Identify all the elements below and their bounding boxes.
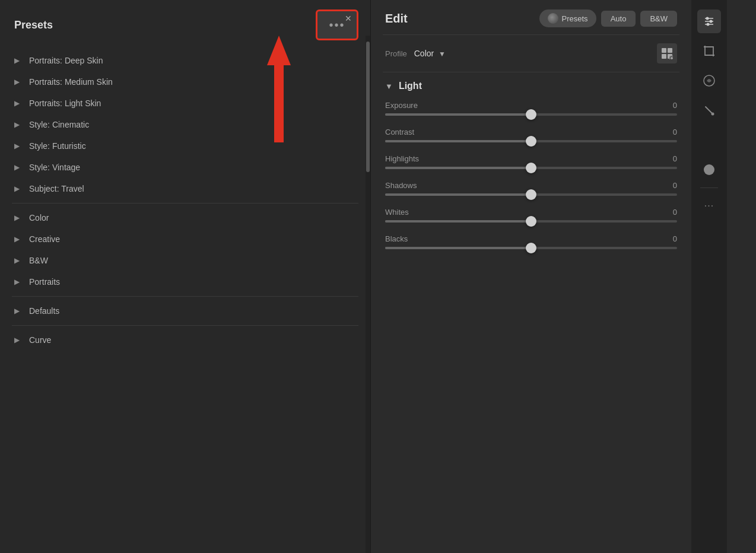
- adjustments-tool-button[interactable]: [697, 9, 721, 33]
- exposure-slider-thumb[interactable]: [526, 109, 536, 120]
- profile-row: Profile Color ▼: [371, 35, 691, 72]
- crop-tool-button[interactable]: [697, 39, 721, 63]
- more-dots-label: •••: [329, 18, 345, 32]
- shadows-slider-row: Shadows 0: [371, 176, 691, 203]
- svg-rect-4: [662, 54, 666, 59]
- profile-left: Profile Color ▼: [385, 49, 446, 58]
- chevron-right-icon: ▶: [14, 120, 20, 129]
- svg-point-6: [669, 56, 673, 59]
- chevron-right-icon: ▶: [14, 163, 20, 171]
- left-panel: Presets ••• ✕ ▶ Portraits: Deep Skin ▶ P…: [0, 0, 371, 553]
- scrollbar-track[interactable]: [366, 36, 370, 553]
- chevron-right-icon: ▶: [14, 336, 20, 344]
- shadows-slider-thumb[interactable]: [526, 189, 536, 200]
- chevron-right-icon: ▶: [14, 256, 20, 265]
- list-item[interactable]: ▶ Portraits: Medium Skin: [0, 71, 370, 93]
- chevron-right-icon: ▶: [14, 235, 20, 243]
- whites-slider-thumb[interactable]: [526, 216, 536, 227]
- blacks-slider-row: Blacks 0: [371, 230, 691, 256]
- blacks-slider-track[interactable]: [385, 247, 677, 249]
- svg-point-12: [710, 20, 713, 23]
- list-item[interactable]: ▶ Portraits: Light Skin: [0, 93, 370, 114]
- list-item[interactable]: ▶ Portraits: [0, 271, 370, 293]
- whites-slider-row: Whites 0: [371, 203, 691, 230]
- left-header: Presets ••• ✕: [0, 0, 370, 50]
- more-dots-button[interactable]: ••• ✕: [316, 9, 358, 40]
- shadows-label: Shadows: [385, 181, 417, 190]
- list-item[interactable]: ▶ Style: Futuristic: [0, 135, 370, 157]
- svg-rect-3: [668, 48, 672, 53]
- chevron-right-icon: ▶: [14, 307, 20, 315]
- grid-icon: [661, 47, 673, 59]
- scrollbar-thumb[interactable]: [366, 42, 370, 172]
- whites-slider-track[interactable]: [385, 220, 677, 223]
- group-divider: [12, 296, 358, 297]
- list-item[interactable]: ▶ Style: Vintage: [0, 157, 370, 178]
- exposure-label: Exposure: [385, 101, 418, 110]
- contrast-value: 0: [673, 128, 677, 136]
- bw-button[interactable]: B&W: [640, 11, 677, 27]
- preset-list: ▶ Portraits: Deep Skin ▶ Portraits: Medi…: [0, 50, 370, 553]
- profile-grid-button[interactable]: [657, 43, 677, 63]
- contrast-slider-track[interactable]: [385, 140, 677, 142]
- group-divider: [12, 203, 358, 204]
- highlights-slider-thumb[interactable]: [526, 163, 536, 173]
- blacks-value: 0: [673, 234, 677, 243]
- radial-tool-button[interactable]: [697, 158, 721, 182]
- chevron-right-icon: ▶: [14, 142, 20, 150]
- shadows-value: 0: [673, 181, 677, 190]
- whites-value: 0: [673, 208, 677, 217]
- toolbar-divider: [700, 187, 718, 188]
- exposure-value: 0: [673, 101, 677, 110]
- chevron-right-icon: ▶: [14, 214, 20, 222]
- presets-button-label: Presets: [562, 14, 588, 23]
- svg-rect-2: [662, 48, 666, 53]
- list-item[interactable]: ▶ Style: Cinematic: [0, 114, 370, 135]
- more-tools-icon: ···: [704, 201, 714, 211]
- brush-tool-button[interactable]: [697, 98, 721, 122]
- auto-button[interactable]: Auto: [601, 11, 636, 27]
- highlights-slider-track[interactable]: [385, 167, 677, 169]
- list-item[interactable]: ▶ B&W: [0, 250, 370, 271]
- light-section-title: Light: [399, 81, 422, 91]
- highlights-value: 0: [673, 154, 677, 163]
- chevron-right-icon: ▶: [14, 185, 20, 193]
- contrast-label: Contrast: [385, 128, 414, 136]
- presets-button[interactable]: Presets: [539, 9, 596, 27]
- light-section-header[interactable]: ▼ Light: [371, 72, 691, 96]
- crop-icon: [703, 45, 716, 58]
- blacks-slider-thumb[interactable]: [526, 243, 536, 253]
- exposure-slider-track[interactable]: [385, 113, 677, 116]
- close-icon: ✕: [345, 14, 353, 23]
- highlights-slider-row: Highlights 0: [371, 150, 691, 176]
- svg-line-16: [706, 107, 712, 113]
- group-divider: [12, 325, 358, 326]
- list-item[interactable]: ▶ Color: [0, 207, 370, 228]
- svg-point-17: [711, 113, 714, 116]
- right-toolbar: ···: [691, 0, 727, 553]
- contrast-slider-thumb[interactable]: [526, 136, 536, 147]
- svg-point-10: [706, 17, 709, 20]
- svg-point-14: [707, 23, 710, 26]
- list-item[interactable]: ▶ Curve: [0, 329, 370, 351]
- brush-icon: [703, 104, 716, 117]
- edit-header: Edit Presets Auto B&W: [371, 0, 691, 34]
- more-tools-button[interactable]: ···: [697, 194, 721, 218]
- adjustments-icon: [703, 15, 716, 28]
- globe-icon: [548, 13, 558, 24]
- chevron-right-icon: ▶: [14, 99, 20, 107]
- list-item[interactable]: ▶ Creative: [0, 228, 370, 250]
- chevron-down-icon: ▼: [439, 50, 446, 58]
- list-item[interactable]: ▶ Portraits: Deep Skin: [0, 50, 370, 71]
- shadows-slider-track[interactable]: [385, 193, 677, 196]
- list-item[interactable]: ▶ Defaults: [0, 300, 370, 322]
- highlights-label: Highlights: [385, 154, 419, 163]
- gradient-tool-button[interactable]: [697, 128, 721, 152]
- chevron-right-icon: ▶: [14, 278, 20, 286]
- list-item[interactable]: ▶ Subject: Travel: [0, 178, 370, 199]
- svg-point-18: [704, 164, 714, 175]
- chevron-right-icon: ▶: [14, 78, 20, 86]
- exposure-slider-row: Exposure 0: [371, 96, 691, 123]
- healing-tool-button[interactable]: [697, 69, 721, 93]
- profile-value: Color: [414, 49, 434, 58]
